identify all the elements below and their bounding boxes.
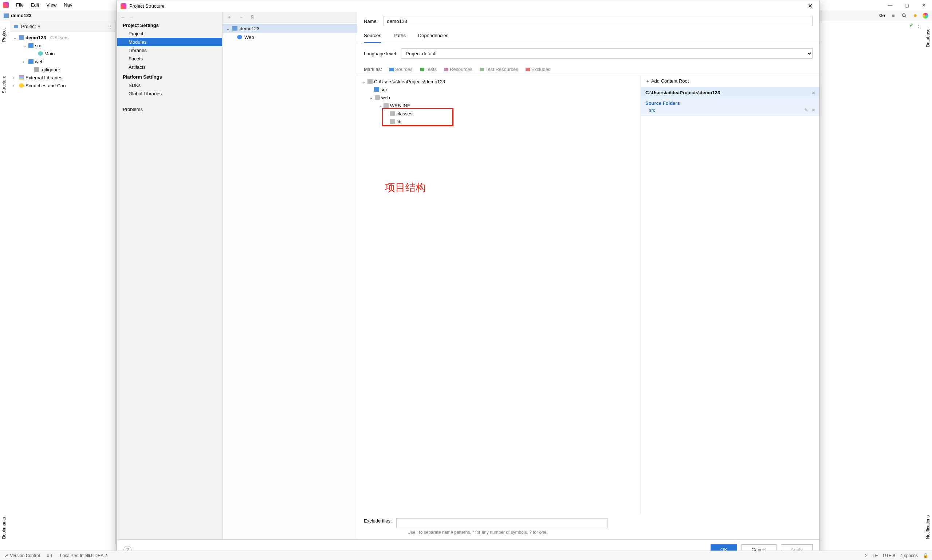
tab-paths[interactable]: Paths — [394, 31, 406, 43]
status-encoding[interactable]: UTF-8 — [883, 553, 895, 558]
src-row-web[interactable]: ⌄web — [362, 94, 636, 102]
exclude-files-label: Exclude files: — [364, 518, 392, 524]
src-row-root[interactable]: ⌄C:\Users\a\IdeaProjects\demo123 — [362, 77, 636, 86]
tab-dependencies[interactable]: Dependencies — [418, 31, 448, 43]
nav-item-facets[interactable]: Facets — [117, 55, 222, 63]
menu-view[interactable]: View — [43, 1, 59, 9]
remove-content-root-icon[interactable]: ✕ — [812, 90, 815, 96]
tree-row-gitignore[interactable]: .gitignore — [10, 66, 116, 74]
module-item-web[interactable]: Web — [222, 33, 357, 42]
nav-item-modules[interactable]: Modules — [117, 38, 222, 46]
side-tab-project[interactable]: Project — [0, 25, 8, 45]
status-indent[interactable]: 4 spaces — [900, 553, 918, 558]
mark-as-label: Mark as: — [364, 66, 382, 72]
annotation-box — [382, 108, 454, 126]
nav-item-libraries[interactable]: Libraries — [117, 46, 222, 55]
status-tab-todo[interactable]: ≡ T — [46, 553, 52, 558]
more-icon[interactable]: ⋮ — [917, 23, 921, 28]
run-config-icon[interactable]: ⟳▾ — [879, 12, 886, 19]
add-icon[interactable]: ＋ — [227, 14, 231, 20]
content-roots-panel: ＋ Add Content Root C:\Users\a\IdeaProjec… — [640, 75, 819, 514]
project-icon — [13, 24, 19, 29]
side-tab-database[interactable]: Database — [924, 25, 932, 50]
name-label: Name: — [364, 18, 378, 24]
status-line-sep[interactable]: LF — [873, 553, 878, 558]
edit-icon[interactable]: ✎ — [804, 107, 808, 113]
mark-as-row: Mark as: Sources Tests Resources Test Re… — [357, 64, 819, 75]
module-list: ＋ － ⎘ ⌄demo123 Web — [222, 12, 357, 539]
mark-sources[interactable]: Sources — [389, 66, 413, 72]
chevron-down-icon[interactable]: ▾ — [38, 24, 40, 29]
module-content: Name: Sources Paths Dependencies Languag… — [357, 12, 819, 539]
forward-icon[interactable]: → — [129, 15, 134, 20]
menu-nav[interactable]: Nav — [61, 1, 75, 9]
source-folders-heading: Source Folders — [641, 98, 819, 107]
nav-item-project[interactable]: Project — [117, 29, 222, 38]
add-content-root[interactable]: ＋ Add Content Root — [641, 75, 819, 87]
inspection-ok-icon[interactable]: ✔ — [909, 23, 913, 28]
window-controls: — ▢ ✕ — [882, 0, 932, 10]
menu-file[interactable]: File — [13, 1, 26, 9]
status-right-0[interactable]: 2 — [865, 553, 867, 558]
copy-icon[interactable]: ⎘ — [251, 14, 254, 20]
nav-item-artifacts[interactable]: Artifacts — [117, 63, 222, 71]
stop-icon[interactable]: ■ — [890, 12, 897, 19]
annotation-text: 项目结构 — [385, 181, 426, 195]
project-panel-header: Project ▾ ⋮ — [10, 21, 116, 32]
tab-sources[interactable]: Sources — [364, 31, 381, 43]
nav-item-problems[interactable]: Problems — [117, 105, 222, 114]
side-tab-structure[interactable]: Structure — [0, 73, 8, 97]
svg-line-1 — [905, 16, 906, 17]
remove-icon[interactable]: ✕ — [812, 107, 815, 113]
project-panel-title: Project — [21, 24, 36, 29]
nav-item-global-libs[interactable]: Global Libraries — [117, 89, 222, 98]
nav-item-sdks[interactable]: SDKs — [117, 81, 222, 89]
remove-icon[interactable]: － — [239, 14, 244, 20]
tree-row-web[interactable]: ›web — [10, 57, 116, 66]
minimize-icon[interactable]: — — [882, 0, 898, 10]
module-item-root[interactable]: ⌄demo123 — [222, 24, 357, 33]
menu-edit[interactable]: Edit — [28, 1, 42, 9]
sources-tree: ⌄C:\Users\a\IdeaProjects\demo123 src ⌄we… — [357, 75, 640, 514]
status-bar: ⎇ Version Control ≡ T Localized IntelliJ… — [0, 551, 932, 560]
folder-icon — [4, 14, 9, 18]
src-row-src[interactable]: src — [362, 86, 636, 94]
tree-row-src[interactable]: ⌄src — [10, 42, 116, 49]
side-tab-bookmarks[interactable]: Bookmarks — [0, 514, 8, 542]
dialog-title: Project Structure — [129, 3, 165, 9]
close-icon[interactable]: ✕ — [805, 3, 815, 9]
close-icon[interactable]: ✕ — [915, 0, 932, 10]
dialog-nav: ← → Project Settings Project Modules Lib… — [117, 12, 222, 539]
nav-group-platform-settings: Platform Settings — [117, 71, 222, 81]
module-toolbar: ＋ － ⎘ — [222, 12, 357, 23]
source-folder-item[interactable]: src ✎ ✕ — [641, 107, 819, 116]
mark-test-resources[interactable]: Test Resources — [480, 66, 518, 72]
exclude-files-input[interactable] — [396, 518, 608, 528]
more-icon[interactable]: ⋮ — [108, 24, 113, 29]
content-root-path[interactable]: C:\Users\a\IdeaProjects\demo123 ✕ — [641, 87, 819, 98]
svg-rect-2 — [14, 25, 18, 28]
breadcrumb-project[interactable]: demo123 — [11, 13, 31, 18]
project-tool-window: Project ▾ ⋮ ⌄demo123 C:\Users ⌄src Main … — [10, 21, 116, 545]
language-level-select[interactable]: Project default — [401, 48, 813, 58]
project-tree: ⌄demo123 C:\Users ⌄src Main ›web .gitign… — [10, 32, 116, 91]
tree-row-main[interactable]: Main — [10, 49, 116, 57]
tree-row-scratches[interactable]: ›Scratches and Con — [10, 82, 116, 89]
mark-resources[interactable]: Resources — [444, 66, 472, 72]
nav-group-project-settings: Project Settings — [117, 23, 222, 29]
language-level-label: Language level: — [364, 51, 397, 56]
dialog-titlebar: Project Structure ✕ — [117, 0, 819, 12]
back-icon[interactable]: ← — [120, 15, 125, 20]
name-input[interactable] — [384, 16, 813, 26]
search-icon[interactable] — [901, 12, 908, 19]
status-tab-vcs[interactable]: ⎇ Version Control — [4, 553, 40, 558]
maximize-icon[interactable]: ▢ — [898, 0, 915, 10]
whats-new-icon[interactable]: ● — [912, 12, 919, 19]
status-lock-icon[interactable]: 🔓 — [923, 553, 928, 558]
tree-row-ext-libs[interactable]: ›External Libraries — [10, 74, 116, 82]
tree-row-root[interactable]: ⌄demo123 C:\Users — [10, 34, 116, 42]
mark-tests[interactable]: Tests — [420, 66, 437, 72]
side-tab-notifications[interactable]: Notifications — [924, 512, 932, 542]
ide-logo-icon[interactable] — [923, 13, 928, 18]
mark-excluded[interactable]: Excluded — [526, 66, 551, 72]
